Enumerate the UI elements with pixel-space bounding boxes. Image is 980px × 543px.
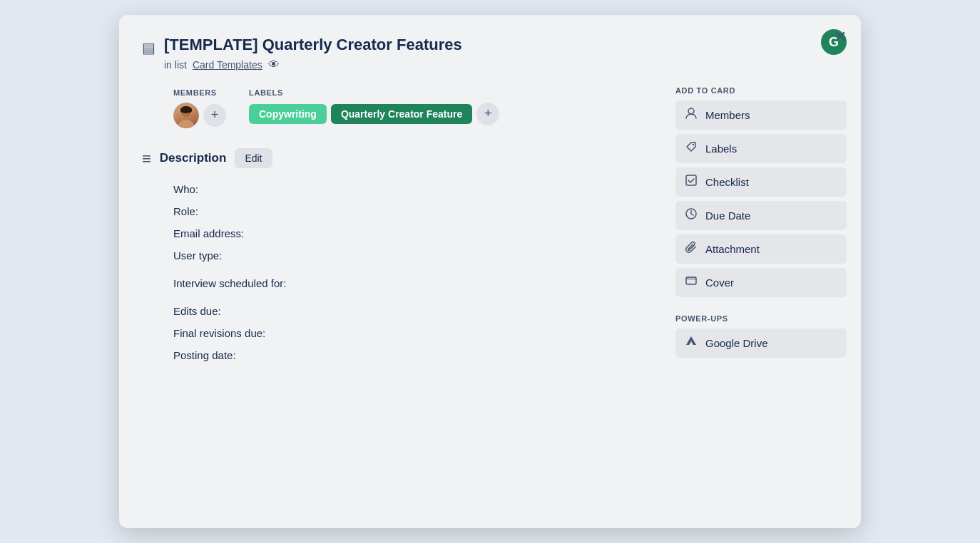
- description-header-row: ≡ Description Edit: [142, 148, 638, 168]
- desc-line-usertype: User type:: [173, 246, 638, 265]
- svg-rect-10: [686, 277, 696, 280]
- gdrive-icon: [684, 335, 698, 351]
- sidebar-duedate-button[interactable]: Due Date: [675, 201, 847, 230]
- sidebar-attachment-button[interactable]: Attachment: [675, 234, 847, 264]
- cover-icon: [684, 274, 698, 291]
- svg-point-5: [688, 108, 694, 114]
- members-icon: [684, 107, 698, 123]
- svg-point-6: [693, 144, 694, 145]
- desc-line-interview: Interview scheduled for:: [173, 274, 638, 293]
- members-list: +: [173, 103, 226, 128]
- add-member-button[interactable]: +: [203, 104, 226, 127]
- attachment-icon: [684, 241, 698, 257]
- desc-line-who: Who:: [173, 180, 638, 199]
- card-title: [TEMPLATE] Quarterly Creator Features: [164, 35, 462, 56]
- checklist-icon: [684, 174, 698, 190]
- sidebar-cover-button[interactable]: Cover: [675, 268, 847, 297]
- avatar-image: [173, 103, 199, 128]
- description-header: Description Edit: [160, 148, 272, 168]
- desc-line-edits: Edits due:: [173, 301, 638, 321]
- main-content: ▤ [TEMPLATE] Quarterly Creator Features …: [119, 15, 661, 528]
- list-name-link[interactable]: Card Templates: [193, 59, 262, 71]
- desc-line-role: Role:: [173, 202, 638, 221]
- labels-label: LABELS: [249, 88, 499, 97]
- sidebar-checklist-button[interactable]: Checklist: [675, 167, 847, 197]
- cover-btn-label: Cover: [705, 276, 734, 289]
- sidebar-labels-button[interactable]: Labels: [675, 134, 847, 163]
- labels-list: Copywriting Quarterly Creator Feature +: [249, 103, 499, 125]
- card-modal: ✕ ▤ [TEMPLATE] Quarterly Creator Feature…: [119, 15, 861, 528]
- power-ups-section: POWER-UPS Google Drive: [675, 314, 847, 358]
- card-type-icon: ▤: [142, 39, 155, 56]
- description-title: Description: [160, 151, 227, 165]
- add-label-button[interactable]: +: [476, 103, 499, 125]
- labels-btn-label: Labels: [705, 143, 737, 155]
- card-title-area: [TEMPLATE] Quarterly Creator Features in…: [164, 35, 462, 71]
- label-chip-copywriting[interactable]: Copywriting: [249, 104, 327, 124]
- description-icon: ≡: [142, 150, 151, 168]
- sidebar-user-area: G: [675, 29, 847, 72]
- sidebar: G ADD TO CARD Members: [661, 15, 861, 528]
- sidebar-gdrive-button[interactable]: Google Drive: [675, 329, 847, 358]
- svg-rect-7: [686, 175, 696, 185]
- gdrive-btn-label: Google Drive: [705, 337, 768, 349]
- avatar[interactable]: [173, 103, 199, 128]
- duedate-btn-label: Due Date: [705, 210, 750, 222]
- svg-point-0: [178, 120, 195, 128]
- desc-line-revisions: Final revisions due:: [173, 324, 638, 343]
- desc-line-posting: Posting date:: [173, 346, 638, 365]
- members-section: MEMBERS: [173, 88, 226, 128]
- sidebar-members-button[interactable]: Members: [675, 100, 847, 130]
- watch-icon[interactable]: 👁: [268, 58, 280, 71]
- add-to-card-section: ADD TO CARD Members Labels: [675, 86, 847, 297]
- attachment-btn-label: Attachment: [705, 243, 760, 255]
- card-header: ▤ [TEMPLATE] Quarterly Creator Features …: [142, 35, 638, 71]
- close-icon: ✕: [834, 28, 847, 46]
- members-btn-label: Members: [705, 109, 750, 121]
- description-body: Who: Role: Email address: User type: Int…: [173, 180, 638, 365]
- meta-row: MEMBERS: [173, 88, 638, 128]
- add-to-card-label: ADD TO CARD: [675, 86, 847, 95]
- label-chip-quarterly[interactable]: Quarterly Creator Feature: [331, 104, 472, 124]
- labels-section: LABELS Copywriting Quarterly Creator Fea…: [249, 88, 499, 128]
- members-label: MEMBERS: [173, 88, 226, 97]
- checklist-btn-label: Checklist: [705, 176, 749, 188]
- desc-line-email: Email address:: [173, 224, 638, 243]
- close-button[interactable]: ✕: [831, 26, 849, 48]
- card-list-line: in list Card Templates 👁: [164, 58, 462, 71]
- description-content: Who: Role: Email address: User type: Int…: [173, 180, 638, 365]
- in-list-label: in list: [164, 59, 187, 71]
- power-ups-label: POWER-UPS: [675, 314, 847, 323]
- edit-description-button[interactable]: Edit: [235, 148, 272, 168]
- svg-rect-4: [180, 108, 192, 113]
- labels-icon: [684, 140, 698, 157]
- avatar-svg: [173, 103, 199, 128]
- duedate-icon: [684, 207, 698, 224]
